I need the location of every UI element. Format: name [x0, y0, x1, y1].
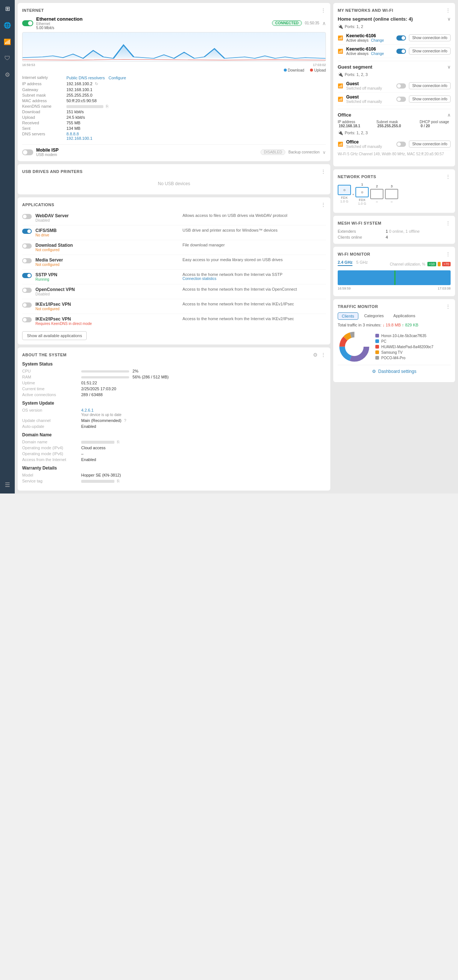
app-toggle-4[interactable] — [22, 273, 32, 278]
mesh-menu[interactable]: ⋮ — [445, 220, 451, 226]
public-dns-link[interactable]: Public DNS resolvers — [66, 76, 105, 80]
chart-time-end: 17:03:02 — [313, 63, 326, 67]
sidebar-icon-shield[interactable]: 🛡 — [3, 54, 12, 63]
network-ports-menu[interactable]: ⋮ — [445, 174, 451, 180]
domain-copy-icon[interactable]: ⎘ — [117, 440, 120, 444]
traffic-tab-categories[interactable]: Categories — [361, 312, 388, 320]
keendns-copy-icon[interactable]: ⎘ — [106, 104, 109, 108]
home-net-name-1: Keenetic-6106 — [346, 33, 393, 38]
guest-net-toggle-1[interactable] — [396, 83, 406, 89]
about-menu[interactable]: ⋮ — [321, 352, 326, 358]
freq-tab-5g[interactable]: 5 GHz — [356, 260, 368, 266]
sidebar-icon-gear[interactable]: ⚙ — [3, 70, 11, 80]
app-toggle-5[interactable] — [22, 288, 32, 293]
uptime-label: Uptime — [22, 381, 81, 385]
warranty-title: Warranty Details — [22, 466, 326, 471]
guest-segment-label: Guest segment — [338, 64, 372, 70]
guest-wifi-icon-1: 📶 — [338, 83, 343, 89]
guest-net-name-2: Guest — [346, 94, 393, 100]
ports-visual: ⊙ FDX 1.0 G • 1 ⊙ FDX 1.0 G 2 — [338, 183, 451, 205]
service-tag-copy-icon[interactable]: ⎘ — [117, 479, 120, 483]
app-row-1: CIFS/SMBNo driveUSB drive and printer ac… — [22, 225, 326, 240]
office-segment-header[interactable]: Office ∧ — [338, 112, 451, 118]
internet-menu[interactable]: ⋮ — [321, 7, 326, 13]
app-link-4[interactable]: Connection statistics — [183, 277, 326, 281]
sidebar-icon-menu[interactable]: ☰ — [3, 480, 11, 490]
app-toggle-7[interactable] — [22, 317, 32, 322]
ethernet-expand[interactable]: ∧ — [322, 20, 326, 26]
traffic-menu[interactable]: ⋮ — [445, 304, 451, 309]
traffic-tab-applications[interactable]: Applications — [390, 312, 419, 320]
donut-row: Honor-10-Lite-5b3cae7f635 PC HUAWEI-Mate… — [338, 330, 451, 363]
os-version-value: 4.2.6.1 Your device is up to date — [81, 408, 326, 417]
sidebar-icon-wifi[interactable]: 📶 — [2, 37, 13, 47]
mac-address-label: MAC address — [22, 99, 66, 103]
app-status-1: No drive — [35, 233, 179, 237]
mobile-isp-status: DISABLED — [260, 150, 285, 155]
port-box-wan: ⊙ — [338, 185, 351, 195]
networks-card: MY NETWORKS AND WI-FI ⋮ Home segment (on… — [333, 3, 455, 166]
traffic-tab-clients[interactable]: Clients — [338, 312, 358, 320]
dashboard-settings-button[interactable]: ⚙ Dashboard settings — [338, 365, 451, 378]
update-channel-info-icon[interactable]: ? — [124, 418, 126, 423]
app-name-5: OpenConnect VPN — [35, 287, 179, 292]
home-net-change-1[interactable]: Change — [371, 38, 384, 42]
networks-menu[interactable]: ⋮ — [445, 7, 451, 13]
port-2: 2 – — [370, 185, 383, 204]
network-ports-title: NETWORK PORTS — [338, 175, 376, 179]
home-net-toggle-2[interactable] — [396, 49, 406, 54]
port-box-1: ⊙ — [356, 187, 369, 197]
guest-net-conninfo-1[interactable]: Show connection info — [409, 82, 451, 89]
office-segment: Office ∧ IP address 192.168.18.1 Subnet … — [338, 112, 451, 159]
mobile-isp-expand[interactable]: ∨ — [322, 150, 326, 155]
guest-net-conninfo-2[interactable]: Show connection info — [409, 95, 451, 103]
home-net-change-2[interactable]: Change — [371, 52, 384, 56]
wifi-monitor-menu[interactable]: ⋮ — [445, 251, 451, 257]
extenders-label: Extenders — [338, 229, 386, 234]
freq-tab-2g[interactable]: 2.4 GHz — [338, 260, 353, 266]
op-mode-ipv4-value: Cloud access — [81, 445, 326, 450]
home-net-toggle-1[interactable] — [396, 35, 406, 41]
sidebar-icon-grid[interactable]: ⊞ — [4, 4, 11, 14]
home-segment-header[interactable]: Home segment (online clients: 4) ∨ — [338, 16, 451, 22]
legend-item-3: HUAWEI-MatePad-8a48200bc7 — [375, 345, 433, 349]
configure-link[interactable]: Configure — [109, 76, 126, 80]
system-update-title: System Update — [22, 401, 326, 406]
app-status-7: Requires KeenDNS in direct mode — [35, 321, 179, 326]
app-name-6: IKEv1/IPsec VPN — [35, 302, 179, 307]
op-mode-ipv4-label: Operating mode (IPv4) — [22, 445, 81, 450]
office-net-toggle[interactable] — [396, 142, 406, 147]
app-desc-5: Access to the home network from the Inte… — [183, 287, 326, 291]
home-net-conninfo-2[interactable]: Show connection info — [409, 48, 451, 54]
wifi-monitor-card: WI-FI MONITOR ⋮ 2.4 GHz 5 GHz Channel ut… — [333, 247, 455, 296]
guest-net-toggle-2[interactable] — [396, 97, 406, 102]
domain-name-label: Domain name — [22, 440, 81, 444]
domain-name-title: Domain Name — [22, 432, 326, 438]
sidebar-icon-globe[interactable]: 🌐 — [2, 20, 13, 30]
applications-menu[interactable]: ⋮ — [321, 202, 326, 208]
ethernet-toggle[interactable] — [22, 20, 33, 26]
show-all-apps-button[interactable]: Show all available applications — [22, 331, 87, 340]
app-toggle-6[interactable] — [22, 302, 32, 308]
office-segment-chevron: ∧ — [447, 113, 451, 118]
office-net-conninfo[interactable]: Show connection info — [409, 140, 451, 148]
channel-util-label: Channel utilization, % — [368, 262, 426, 266]
mesh-card: MESH WI-FI SYSTEM ⋮ Extenders 1 0 online… — [333, 216, 455, 244]
app-name-0: WebDAV Server — [35, 213, 179, 218]
app-toggle-2[interactable] — [22, 243, 32, 248]
ip-refresh-icon[interactable]: ↻ — [95, 81, 98, 86]
gateway-value: 192.168.100.1 — [66, 88, 326, 92]
keendns-value: ⎘ — [66, 104, 326, 108]
app-desc-7: Access to the home network from the Inte… — [183, 317, 326, 321]
guest-segment-header[interactable]: Guest segment ∨ — [338, 64, 451, 70]
usb-menu[interactable]: ⋮ — [321, 169, 326, 175]
service-tag-value: ⎘ — [81, 479, 326, 483]
about-card: ABOUT THE SYSTEM ⚙ ⋮ System Status CPU 2… — [18, 347, 330, 490]
app-toggle-3[interactable] — [22, 258, 32, 263]
app-toggle-0[interactable] — [22, 214, 32, 219]
app-row-4: SSTP VPNRunningAccess to the home networ… — [22, 270, 326, 284]
mobile-isp-toggle[interactable] — [22, 150, 33, 155]
app-toggle-1[interactable] — [22, 229, 32, 234]
about-settings-icon[interactable]: ⚙ — [313, 352, 318, 358]
home-net-conninfo-1[interactable]: Show connection info — [409, 34, 451, 41]
